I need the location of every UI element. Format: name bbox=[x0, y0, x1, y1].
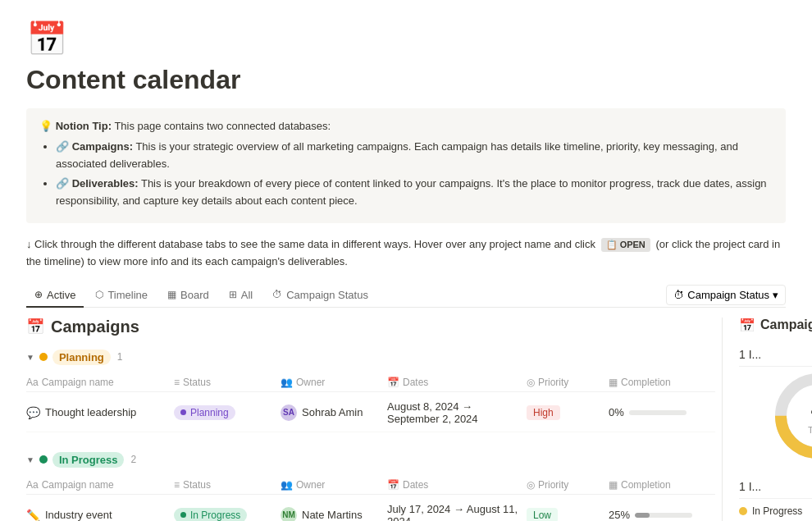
inprogress-table-header: Aa Campaign name ≡ Status 👥 Owner 📅 Date… bbox=[26, 476, 715, 495]
col-status-2: ≡ Status bbox=[174, 479, 281, 491]
legend-dot-inprogress bbox=[739, 507, 747, 515]
thought-leadership-name: 💬 Thought leadership bbox=[26, 406, 174, 419]
thought-leadership-completion: 0% bbox=[609, 406, 715, 418]
filter-label: Campaign Status bbox=[687, 289, 769, 301]
side-row-1: 1 I... bbox=[739, 343, 812, 367]
tab-cs-icon: ⏱ bbox=[272, 289, 282, 300]
tab-all[interactable]: ⊞ All bbox=[221, 284, 261, 308]
campaigns-section-icon: 📅 bbox=[26, 318, 44, 336]
industry-event-owner: NM Nate Martins bbox=[281, 507, 387, 521]
inprogress-group-dot bbox=[39, 455, 48, 464]
tab-active-label: Active bbox=[47, 289, 75, 301]
avatar: SA bbox=[281, 404, 297, 421]
col-owner-2: 👥 Owner bbox=[281, 479, 387, 491]
donut-total-label: Total bbox=[808, 425, 812, 435]
side-row-2: 1 I... bbox=[739, 475, 812, 499]
planning-table-header: Aa Campaign name ≡ Status 👥 Owner 📅 Date… bbox=[26, 373, 715, 392]
thought-leadership-icon: 💬 bbox=[26, 406, 40, 419]
col-completion-1: ▦ Completion bbox=[609, 377, 715, 388]
right-section-label: Campaigns bbox=[760, 318, 812, 332]
industry-event-icon: ✏️ bbox=[26, 509, 40, 521]
progress-bar-bg bbox=[635, 513, 692, 518]
right-section-icon: 📅 bbox=[739, 318, 755, 333]
thought-leadership-dates: August 8, 2024 → September 2, 2024 bbox=[387, 400, 527, 425]
instructions: ↓ Click through the different database t… bbox=[26, 236, 786, 271]
planning-toggle-icon: ▼ bbox=[26, 353, 34, 362]
planning-group-header[interactable]: ▼ Planning 1 bbox=[26, 346, 715, 368]
industry-event-dates: July 17, 2024 → August 11, 2024 bbox=[387, 503, 527, 521]
tip-description: This page contains two connected databas… bbox=[114, 120, 331, 132]
col-priority-1: ◎ Priority bbox=[527, 377, 609, 388]
planning-group-count: 1 bbox=[117, 351, 123, 363]
page-title: Content calendar bbox=[26, 65, 786, 95]
inprogress-group-count: 2 bbox=[130, 454, 136, 465]
page-icon: 📅 bbox=[26, 20, 786, 58]
avatar: NM bbox=[281, 507, 297, 521]
tip-bullet-2: 🔗 Deliverables: This is your breakdown o… bbox=[56, 176, 773, 210]
tip-label: Notion Tip: bbox=[56, 120, 112, 132]
col-dates-1: 📅 Dates bbox=[387, 377, 527, 388]
tab-timeline-icon: ⬡ bbox=[95, 289, 103, 300]
donut-total-number: 4 bbox=[808, 396, 812, 423]
progress-bar-fill bbox=[635, 513, 650, 518]
col-dates-2: 📅 Dates bbox=[387, 479, 527, 491]
tip-box: 💡 Notion Tip: This page contains two con… bbox=[26, 108, 786, 223]
open-badge: 📋 OPEN bbox=[601, 238, 650, 253]
tab-board-icon: ▦ bbox=[167, 289, 176, 300]
tabs-bar: ⊕ Active ⬡ Timeline ▦ Board ⊞ All ⏱ Camp… bbox=[26, 284, 786, 308]
col-campaign-name-2: Aa Campaign name bbox=[26, 479, 174, 491]
left-panel: 📅 Campaigns ▼ Planning 1 Aa Campaign nam… bbox=[26, 318, 715, 521]
tab-board-label: Board bbox=[180, 289, 209, 301]
inprogress-group: ▼ In Progress 2 Aa Campaign name ≡ Statu… bbox=[26, 449, 715, 521]
right-panel: 📅 Campaigns 1 I... 4 Total bbox=[722, 318, 812, 521]
donut-chart: 4 Total bbox=[739, 367, 812, 465]
industry-event-priority: Low bbox=[527, 508, 609, 521]
planning-group-label: Planning bbox=[52, 350, 111, 365]
tab-timeline-label: Timeline bbox=[107, 289, 148, 301]
tab-all-label: All bbox=[241, 289, 253, 301]
filter-icon: ⏱ bbox=[673, 289, 684, 301]
tab-timeline[interactable]: ⬡ Timeline bbox=[87, 284, 156, 308]
industry-event-name: ✏️ Industry event bbox=[26, 509, 174, 521]
tab-board[interactable]: ▦ Board bbox=[159, 284, 217, 308]
thought-leadership-owner: SA Sohrab Amin bbox=[281, 404, 387, 421]
thought-leadership-priority: High bbox=[527, 405, 609, 420]
legend-label-inprogress: In Progress bbox=[752, 505, 802, 517]
legend-item-inprogress: In Progress bbox=[739, 505, 812, 517]
planning-group-dot bbox=[39, 353, 48, 361]
inprogress-group-header[interactable]: ▼ In Progress 2 bbox=[26, 449, 715, 471]
campaigns-section-title: Campaigns bbox=[51, 318, 139, 336]
inprogress-toggle-icon: ▼ bbox=[26, 455, 34, 464]
tab-active[interactable]: ⊕ Active bbox=[26, 284, 84, 308]
progress-bar-bg bbox=[629, 410, 687, 415]
table-row[interactable]: ✏️ Industry event In Progress NM Nate Ma… bbox=[26, 496, 715, 521]
tab-active-icon: ⊕ bbox=[34, 289, 43, 300]
col-campaign-name-1: Aa Campaign name bbox=[26, 377, 174, 388]
col-priority-2: ◎ Priority bbox=[527, 479, 609, 491]
col-status-1: ≡ Status bbox=[174, 377, 281, 388]
tip-emoji: 💡 bbox=[39, 120, 56, 132]
thought-leadership-status: Planning bbox=[174, 405, 281, 420]
planning-group: ▼ Planning 1 Aa Campaign name ≡ Status 👥… bbox=[26, 346, 715, 432]
legend: In Progress bbox=[739, 505, 812, 517]
col-completion-2: ▦ Completion bbox=[609, 479, 715, 491]
tab-campaign-status[interactable]: ⏱ Campaign Status bbox=[264, 284, 376, 308]
campaign-status-filter-button[interactable]: ⏱ Campaign Status ▾ bbox=[666, 285, 786, 305]
tab-all-icon: ⊞ bbox=[229, 289, 237, 300]
table-row[interactable]: 💬 Thought leadership Planning SA Sohrab … bbox=[26, 394, 715, 432]
tip-bullet-1: 🔗 Campaigns: This is your strategic over… bbox=[56, 139, 773, 173]
filter-chevron-icon: ▾ bbox=[773, 289, 778, 301]
industry-event-status: In Progress bbox=[174, 508, 281, 521]
inprogress-group-label: In Progress bbox=[52, 452, 125, 468]
industry-event-completion: 25% bbox=[609, 509, 715, 521]
col-owner-1: 👥 Owner bbox=[281, 377, 387, 388]
right-section-title: 📅 Campaigns bbox=[739, 318, 812, 333]
tab-cs-label: Campaign Status bbox=[286, 289, 368, 301]
